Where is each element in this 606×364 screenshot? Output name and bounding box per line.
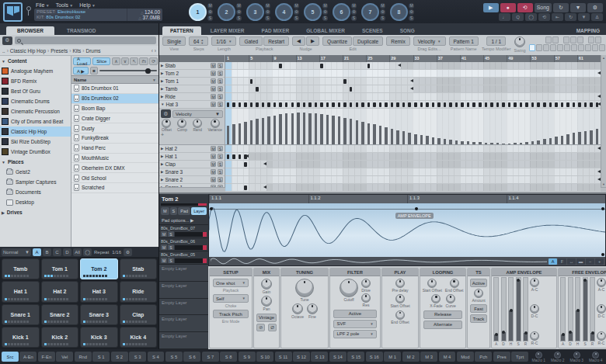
step-note[interactable] [239,154,242,159]
file-row[interactable]: Boom Bap [71,104,158,114]
step-note[interactable] [320,102,323,107]
comp-knob[interactable] [177,119,186,128]
step-note[interactable] [308,102,312,107]
engine-pad-button[interactable]: 6 [333,3,350,21]
file-row[interactable]: Old School [71,173,158,183]
amp-env-s-slider[interactable] [516,277,521,341]
velocity-bar[interactable] [561,136,564,144]
velocity-bar[interactable] [573,133,576,144]
file-row[interactable]: 80s Drumbox 02 [71,94,158,104]
velocity-bar[interactable] [479,142,482,144]
step-note[interactable] [291,102,294,107]
drive-knob[interactable] [361,279,371,288]
velocity-bar[interactable] [590,130,593,144]
transmod-f-en[interactable]: F-En [38,352,55,362]
waveform-overview[interactable]: AF↔▬−+ [209,257,605,265]
file-list-header[interactable]: Name [71,75,158,84]
velocity-bar[interactable] [373,124,376,144]
track-solo-button[interactable]: S [218,154,223,159]
velocity-bar[interactable] [432,137,435,144]
kit-value[interactable]: 80s Drumbox 02 [46,15,80,19]
track-expand-icon[interactable]: ▶ [161,87,163,91]
rand-knob[interactable] [193,119,202,128]
browser-settings-button[interactable]: ⚙ [2,36,12,45]
velocity-bar[interactable] [537,140,540,144]
step-note[interactable] [338,102,341,107]
pad-settings-icon[interactable]: ⚙ [380,9,385,15]
preview-volume-slider[interactable] [99,70,157,71]
velocity-bar[interactable] [596,129,599,144]
transmod-tprt[interactable]: Tprt [511,352,528,362]
track-lane-tamb[interactable] [225,85,601,93]
inspector-pad-tab[interactable]: Pad [178,207,190,215]
free-env-a-slider[interactable] [560,277,566,341]
grid-vertical-scrollbar[interactable]: ▲▼ [601,55,606,187]
velocity-bar[interactable] [320,114,323,144]
toolbar-gated-button[interactable]: Gated [239,36,263,46]
pad-mute-button[interactable]: M [236,3,242,9]
env-mode-button[interactable]: Track Pitch [213,310,249,318]
pattern-slot[interactable] [578,44,584,51]
step-note[interactable] [285,102,288,107]
empty-layer-slot[interactable]: Empty Layer [159,332,208,349]
preset-value[interactable]: ElectroHouse [57,9,85,14]
pattern-slot[interactable] [563,36,569,43]
pattern-slot[interactable] [536,44,542,51]
load-button[interactable]: A Load [73,57,91,65]
transmod-m2[interactable]: M 2 [402,352,420,362]
engine-pad-button[interactable]: 7 [361,3,379,21]
layer-slot[interactable]: 80s_DrumBox_07MS [159,225,208,238]
velocity-bar[interactable] [414,134,417,144]
track-header-clap[interactable]: ▶ClapMS [159,161,225,168]
track-lane-tom-1[interactable] [225,78,601,85]
breadcrumb-item[interactable]: Classic Hip Hop [10,48,46,54]
transmod-s15[interactable]: S 15 [347,352,364,362]
velocity-param-dropdown[interactable]: Velocity▼ [172,110,223,118]
step-note[interactable] [262,102,265,107]
end-offset-knob[interactable] [395,310,405,320]
velocity-bar[interactable] [485,143,488,144]
pad-solo-button[interactable]: S [265,16,270,21]
velocity-bar[interactable] [227,126,230,144]
free-env-r-slider[interactable] [590,277,595,341]
pad-settings-icon[interactable]: ⚙ [294,9,299,15]
content-item[interactable]: BFD Remix [0,76,71,86]
breadcrumb-item[interactable]: Kits [72,48,81,54]
pattern-slot[interactable] [557,44,563,51]
ts-fast-button[interactable]: Fast [470,304,487,313]
velocity-bar[interactable] [332,116,335,144]
song-mode-button[interactable]: Song [535,3,552,12]
velocity-bar[interactable] [267,116,270,144]
record-button[interactable]: ● [500,3,516,12]
velocity-bar[interactable] [308,113,312,144]
ts-track-button[interactable]: Track [470,314,487,323]
track-solo-button[interactable]: S [218,102,223,107]
track-header-hat-1[interactable]: ▶Hat 1MS [159,153,225,161]
track-mute-button[interactable]: M [211,177,216,182]
pad-bank-a[interactable]: A [33,248,41,256]
undo-button[interactable]: ↻ [553,3,569,12]
pattern-slot[interactable] [571,44,577,51]
release-button[interactable]: Release [423,310,462,319]
pattern-end-marker[interactable] [410,87,413,90]
velocity-bar[interactable] [315,113,318,144]
velocity-bar[interactable] [566,134,569,144]
places-section-header[interactable]: ▼Places [0,157,71,167]
loop-record-button[interactable]: ⟲ [517,3,533,12]
macro-knob-4[interactable]: Macro 4 [587,352,604,362]
transmod-s12[interactable]: S 12 [293,352,310,362]
velocity-bar[interactable] [472,142,475,144]
track-lane-hat-1[interactable] [225,153,601,161]
step-note[interactable] [437,102,441,107]
zoom-h-button[interactable]: ↔ [567,258,576,265]
step-note[interactable] [297,102,300,107]
transmod-s5[interactable]: S 5 [165,352,183,362]
track-header-hat-3[interactable]: ▼Hat 3MS [159,101,225,109]
track-mute-button[interactable]: M [211,86,216,92]
transmod-vel[interactable]: Vel [56,352,73,362]
track-expand-icon[interactable]: ▶ [161,154,163,158]
velocity-bar[interactable] [455,140,458,144]
transmod-m4[interactable]: M 4 [439,352,456,362]
engine-pad-button[interactable]: 2 [218,3,235,21]
velocity-bar[interactable] [350,119,353,144]
